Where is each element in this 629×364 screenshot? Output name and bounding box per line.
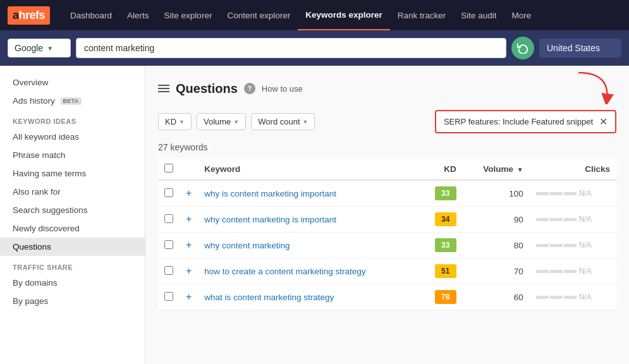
filter-volume[interactable]: Volume ▼: [197, 113, 246, 130]
sidebar-item-by-pages[interactable]: By pages: [0, 292, 145, 310]
row-kd-cell: 78: [419, 284, 463, 310]
nav-item-content-explorer[interactable]: Content explorer: [219, 0, 298, 30]
kd-badge: 51: [435, 264, 456, 278]
keyword-link[interactable]: why content marketing is important: [204, 215, 336, 224]
how-to-use-link[interactable]: How to use: [262, 84, 303, 94]
sidebar-item-ads-history[interactable]: Ads history BETA: [0, 92, 145, 110]
row-clicks-cell: N/A: [530, 233, 616, 258]
row-kd-cell: 33: [419, 233, 463, 258]
main-layout: Overview Ads history BETA KEYWORD IDEAS …: [0, 66, 629, 364]
nav-item-rank-tracker[interactable]: Rank tracker: [390, 0, 454, 30]
add-keyword-button[interactable]: +: [186, 214, 192, 224]
clicks-value: N/A: [579, 241, 592, 250]
sidebar: Overview Ads history BETA KEYWORD IDEAS …: [0, 66, 145, 364]
filter-kd[interactable]: KD ▼: [158, 113, 192, 130]
chevron-down-icon: ▼: [303, 119, 308, 125]
serp-features-label: SERP features: Include Featured snippet: [444, 117, 593, 126]
sidebar-item-phrase-match[interactable]: Phrase match: [0, 146, 145, 164]
row-plus-cell: +: [180, 258, 198, 284]
search-input[interactable]: [76, 38, 506, 58]
keywords-table: Keyword KD Volume ▼ Clicks + why is cont…: [158, 159, 616, 310]
top-navigation: ahrefs Dashboard Alerts Site explorer Co…: [0, 0, 629, 30]
row-clicks-cell: N/A: [530, 284, 616, 310]
search-button[interactable]: [511, 37, 534, 59]
keyword-link[interactable]: why is content marketing important: [204, 189, 336, 198]
row-checkbox[interactable]: [164, 292, 173, 301]
logo-text: hrefs: [19, 9, 46, 21]
hamburger-icon[interactable]: [158, 85, 169, 92]
sidebar-section-keyword-ideas: KEYWORD IDEAS: [0, 110, 145, 128]
logo-a: a: [13, 9, 19, 21]
sidebar-item-newly-discovered[interactable]: Newly discovered: [0, 219, 145, 238]
nav-item-more[interactable]: More: [504, 0, 539, 30]
row-plus-cell: +: [180, 207, 198, 233]
country-select[interactable]: United States: [539, 39, 621, 58]
row-volume-cell: 90: [463, 207, 530, 233]
sidebar-item-overview[interactable]: Overview: [0, 73, 145, 92]
sidebar-item-having-same-terms[interactable]: Having same terms: [0, 164, 145, 183]
table-row: + what is content marketing strategy 78 …: [158, 284, 616, 310]
row-checkbox[interactable]: [164, 266, 173, 275]
row-keyword-cell: why is content marketing important: [198, 180, 419, 207]
table-row: + why content marketing 33 80 N/A: [158, 233, 616, 258]
add-keyword-button[interactable]: +: [186, 240, 192, 250]
row-checkbox-cell: [158, 258, 180, 284]
keyword-link[interactable]: what is content marketing strategy: [204, 293, 334, 302]
select-all-checkbox[interactable]: [164, 164, 173, 173]
sidebar-item-search-suggestions[interactable]: Search suggestions: [0, 201, 145, 219]
table-row: + how to create a content marketing stra…: [158, 258, 616, 284]
col-header-keyword: Keyword: [198, 159, 419, 180]
arrow-area: [566, 76, 616, 101]
refresh-icon: [517, 42, 528, 54]
row-clicks-cell: N/A: [530, 180, 616, 207]
content-area: Questions ? How to use KD ▼: [145, 66, 629, 364]
kd-badge: 33: [435, 186, 456, 200]
clicks-bar: [536, 218, 577, 221]
nav-item-site-explorer[interactable]: Site explorer: [157, 0, 220, 30]
filter-word-count[interactable]: Word count ▼: [251, 113, 315, 130]
clicks-bar: [536, 192, 577, 195]
serp-features-filter: SERP features: Include Featured snippet …: [435, 110, 616, 133]
clicks-bar: [536, 270, 577, 273]
keyword-link[interactable]: how to create a content marketing strate…: [204, 267, 365, 276]
clicks-value: N/A: [579, 189, 592, 198]
help-icon[interactable]: ?: [244, 83, 255, 94]
col-header-checkbox: [158, 159, 180, 180]
search-bar: Google ▼ United States: [0, 30, 629, 66]
sort-arrow-icon: ▼: [517, 166, 523, 173]
red-arrow-icon: [572, 70, 616, 104]
keyword-link[interactable]: why content marketing: [204, 241, 290, 250]
row-keyword-cell: why content marketing: [198, 233, 419, 258]
row-checkbox[interactable]: [164, 240, 173, 249]
sidebar-item-by-domains[interactable]: By domains: [0, 274, 145, 292]
keywords-count: 27 keywords: [158, 142, 616, 152]
questions-header: Questions ? How to use: [158, 76, 616, 101]
clicks-bar: [536, 296, 577, 299]
engine-dropdown[interactable]: Google ▼: [8, 39, 71, 58]
sidebar-item-all-keyword-ideas[interactable]: All keyword ideas: [0, 128, 145, 146]
sidebar-item-questions[interactable]: Questions: [0, 238, 145, 256]
add-keyword-button[interactable]: +: [186, 188, 192, 198]
kd-badge: 34: [435, 212, 456, 226]
col-header-volume[interactable]: Volume ▼: [463, 159, 530, 180]
nav-item-alerts[interactable]: Alerts: [119, 0, 157, 30]
row-checkbox[interactable]: [164, 214, 173, 223]
clicks-value: N/A: [579, 293, 592, 301]
col-header-clicks: Clicks: [530, 159, 616, 180]
table-row: + why content marketing is important 34 …: [158, 207, 616, 233]
nav-item-keywords-explorer[interactable]: Keywords explorer: [298, 0, 390, 30]
table-row: + why is content marketing important 33 …: [158, 180, 616, 207]
sidebar-item-also-rank-for[interactable]: Also rank for: [0, 183, 145, 201]
row-checkbox-cell: [158, 180, 180, 207]
chevron-down-icon: ▼: [233, 119, 239, 125]
logo[interactable]: ahrefs: [8, 6, 50, 25]
row-kd-cell: 34: [419, 207, 463, 233]
add-keyword-button[interactable]: +: [186, 265, 192, 276]
row-clicks-cell: N/A: [530, 207, 616, 233]
add-keyword-button[interactable]: +: [186, 291, 192, 302]
nav-item-dashboard[interactable]: Dashboard: [63, 0, 119, 30]
nav-item-site-audit[interactable]: Site audit: [453, 0, 504, 30]
row-checkbox[interactable]: [164, 188, 173, 197]
serp-close-button[interactable]: ✕: [599, 116, 608, 128]
chevron-down-icon: ▼: [47, 45, 53, 52]
